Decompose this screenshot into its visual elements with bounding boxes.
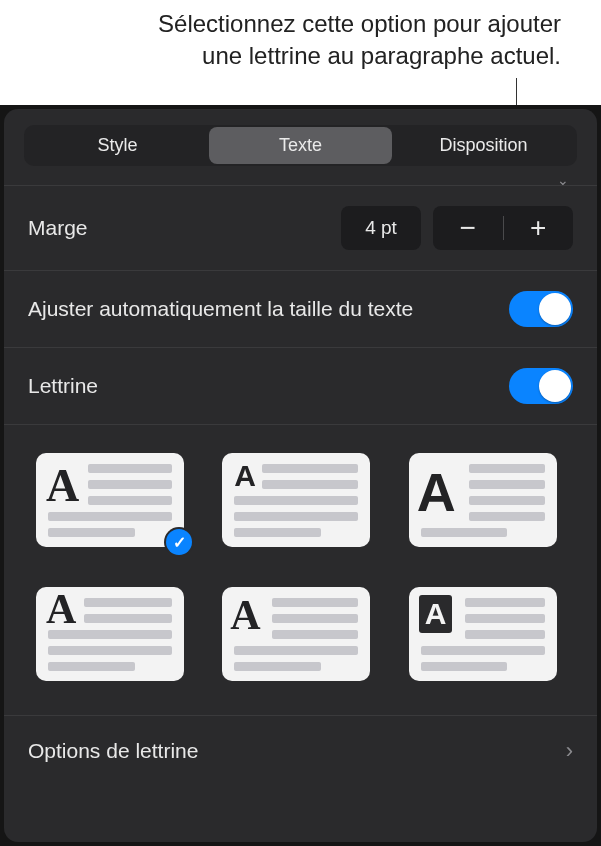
- margin-decrease-button[interactable]: −: [433, 214, 503, 242]
- tab-style[interactable]: Style: [26, 127, 209, 164]
- autofit-toggle[interactable]: [509, 291, 573, 327]
- dropcap-glyph-icon: A: [234, 459, 256, 493]
- callout-line1: Sélectionnez cette option pour ajouter: [158, 10, 561, 37]
- margin-label: Marge: [28, 214, 329, 241]
- dropcap-style-5[interactable]: A: [222, 587, 370, 681]
- tab-layout[interactable]: Disposition: [392, 127, 575, 164]
- dropcap-glyph-icon: A: [417, 461, 456, 523]
- margin-stepper: − +: [433, 206, 573, 250]
- dropcap-options-label: Options de lettrine: [28, 739, 566, 763]
- inspector-panel-frame: Style Texte Disposition ⌄ Marge 4 pt − +…: [0, 105, 601, 846]
- dropcap-row: Lettrine: [4, 348, 597, 425]
- dropcap-style-grid: A ✓ A A: [4, 425, 597, 716]
- dropcap-style-6[interactable]: A: [409, 587, 557, 681]
- margin-value[interactable]: 4 pt: [341, 206, 421, 250]
- dropcap-style-1[interactable]: A ✓: [36, 453, 184, 547]
- autofit-row: Ajuster automatiquement la taille du tex…: [4, 271, 597, 348]
- tab-bar: Style Texte Disposition: [24, 125, 577, 166]
- autofit-label: Ajuster automatiquement la taille du tex…: [28, 295, 497, 322]
- dropcap-style-3[interactable]: A: [409, 453, 557, 547]
- margin-increase-button[interactable]: +: [504, 214, 574, 242]
- callout-text: Sélectionnez cette option pour ajouter u…: [0, 0, 601, 73]
- previous-section-divider: ⌄: [4, 176, 597, 186]
- margin-row: Marge 4 pt − +: [4, 186, 597, 271]
- chevron-right-icon: ›: [566, 738, 573, 764]
- dropcap-glyph-icon: A: [419, 595, 453, 633]
- dropcap-style-4[interactable]: A: [36, 587, 184, 681]
- dropcap-toggle[interactable]: [509, 368, 573, 404]
- callout-line2: une lettrine au paragraphe actuel.: [202, 42, 561, 69]
- selected-check-icon: ✓: [166, 529, 192, 555]
- dropcap-glyph-icon: A: [46, 585, 76, 633]
- tab-text[interactable]: Texte: [209, 127, 392, 164]
- dropcap-style-2[interactable]: A: [222, 453, 370, 547]
- dropcap-label: Lettrine: [28, 372, 497, 399]
- dropcap-options-row[interactable]: Options de lettrine ›: [4, 716, 597, 786]
- dropcap-glyph-icon: A: [46, 459, 79, 512]
- inspector-panel: Style Texte Disposition ⌄ Marge 4 pt − +…: [4, 109, 597, 842]
- controls-area: ⌄ Marge 4 pt − + Ajuster automatiquement…: [4, 176, 597, 842]
- dropcap-glyph-icon: A: [230, 591, 260, 639]
- chevron-icon: ⌄: [557, 172, 569, 188]
